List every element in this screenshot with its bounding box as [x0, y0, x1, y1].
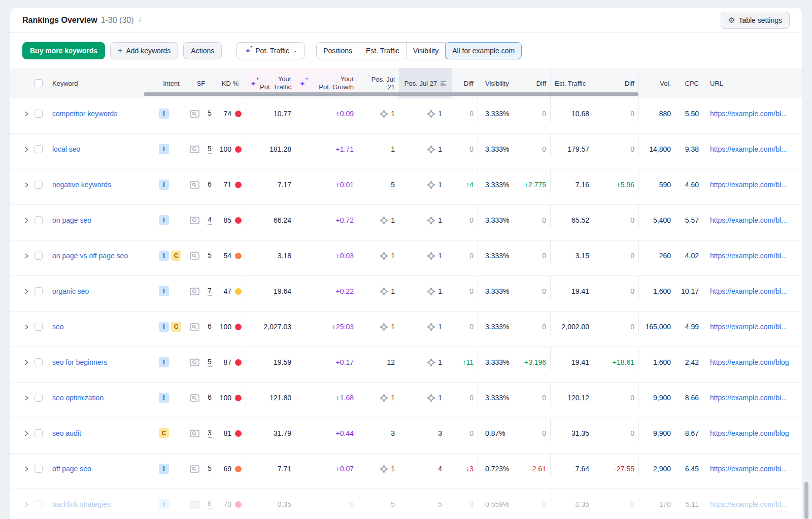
row-checkbox[interactable] [35, 216, 43, 224]
expand-row-chevron-icon[interactable] [22, 252, 35, 260]
url-link[interactable]: https://example.com/bl... [710, 145, 798, 153]
keyword-link[interactable]: seo optimization [52, 394, 104, 402]
url-link[interactable]: https://example.com/bl... [710, 500, 798, 508]
url-link[interactable]: https://example.com/bl... [710, 323, 798, 331]
keyword-link[interactable]: on page vs off page seo [52, 252, 128, 260]
vertical-scrollbar[interactable] [804, 482, 808, 519]
serp-features-icon[interactable] [190, 288, 199, 295]
row-checkbox[interactable] [35, 323, 43, 331]
expand-row-chevron-icon[interactable] [22, 110, 35, 118]
row-checkbox[interactable] [35, 429, 43, 437]
row-checkbox[interactable] [35, 287, 43, 295]
serp-features-icon[interactable] [190, 146, 199, 153]
url-link[interactable]: https://example.com/bl... [710, 465, 798, 473]
keyword-link[interactable]: seo audit [52, 429, 81, 437]
tab-est-traffic[interactable]: Est. Traffic [359, 42, 407, 59]
tab-visibility[interactable]: Visibility [407, 42, 446, 59]
keyword-cell: organic seo [10, 276, 155, 299]
keyword-link[interactable]: negative keywords [52, 181, 111, 189]
row-checkbox[interactable] [35, 145, 43, 153]
keyword-link[interactable]: organic seo [52, 287, 89, 295]
url-link[interactable]: https://example.com/bl... [710, 110, 798, 118]
url-link[interactable]: https://example.com/bl... [710, 181, 798, 189]
keyword-link[interactable]: backlink strategies [52, 500, 111, 508]
serp-features-icon[interactable] [190, 501, 199, 508]
sf-count[interactable]: 4 [208, 216, 212, 225]
expand-row-chevron-icon[interactable] [22, 394, 35, 402]
actions-button[interactable]: Actions [183, 42, 222, 59]
url-link[interactable]: https://example.com/blog [710, 358, 798, 366]
sf-count[interactable]: 5 [208, 109, 212, 118]
url-link[interactable]: https://example.com/bl... [710, 252, 798, 260]
expand-row-chevron-icon[interactable] [22, 181, 35, 189]
keyword-link[interactable]: competitor keywords [52, 110, 117, 118]
select-all-checkbox[interactable] [35, 79, 43, 87]
sf-count[interactable]: 5 [208, 145, 212, 154]
info-icon[interactable]: i [139, 16, 141, 24]
expand-row-chevron-icon[interactable] [22, 145, 35, 154]
header-url[interactable]: URL [703, 68, 802, 98]
cpc-cell: 4.60 [675, 169, 703, 193]
sf-count[interactable]: 6 [208, 180, 212, 189]
table-settings-button[interactable]: ⚙ Table settings [721, 12, 790, 29]
metric-dropdown[interactable]: ✦ Pot. Traffic ⌄ [236, 42, 305, 59]
serp-features-icon[interactable] [190, 110, 199, 118]
keyword-cell: on page vs off page seo [10, 240, 155, 264]
sf-count[interactable]: 7 [208, 287, 212, 296]
serp-features-icon[interactable] [190, 181, 199, 189]
keyword-link[interactable]: seo [52, 323, 64, 331]
url-link[interactable]: https://example.com/bl... [710, 287, 798, 295]
expand-row-chevron-icon[interactable] [22, 500, 35, 509]
serp-features-icon[interactable] [190, 430, 199, 437]
sf-count[interactable]: 6 [208, 500, 212, 509]
keyword-link[interactable]: off page seo [52, 465, 91, 473]
expand-row-chevron-icon[interactable] [22, 358, 35, 367]
header-cpc[interactable]: CPC [675, 68, 703, 98]
serp-features-icon[interactable] [190, 394, 199, 402]
intent-cell: I [155, 489, 188, 512]
expand-row-chevron-icon[interactable] [22, 465, 35, 473]
row-checkbox[interactable] [35, 252, 43, 260]
expand-row-chevron-icon[interactable] [22, 323, 35, 331]
row-checkbox[interactable] [35, 110, 43, 118]
sf-count[interactable]: 3 [208, 429, 212, 438]
sf-count[interactable]: 5 [208, 464, 212, 473]
position-diff-cell: ↑11 [452, 347, 478, 370]
serp-features-icon[interactable] [190, 323, 199, 331]
sf-count[interactable]: 5 [208, 358, 212, 367]
header-keyword[interactable]: Keyword [10, 68, 155, 98]
header-vol[interactable]: Vol. [638, 68, 675, 98]
keyword-link[interactable]: on page seo [52, 216, 91, 224]
expand-row-chevron-icon[interactable] [22, 216, 35, 225]
url-link[interactable]: https://example.com/blog [710, 429, 798, 437]
keyword-link[interactable]: seo for beginners [52, 358, 107, 366]
horizontal-scrollbar[interactable] [144, 92, 638, 96]
serp-features-icon[interactable] [190, 252, 199, 260]
sf-cell: 5 [188, 98, 214, 122]
sf-count[interactable]: 6 [208, 393, 212, 402]
keyword-cell: seo [10, 312, 155, 335]
expand-row-chevron-icon[interactable] [22, 287, 35, 296]
row-checkbox[interactable] [35, 465, 43, 473]
keyword-link[interactable]: local seo [52, 145, 80, 153]
row-checkbox[interactable] [35, 500, 43, 508]
sf-count[interactable]: 5 [208, 251, 212, 260]
row-checkbox[interactable] [35, 394, 43, 402]
row-checkbox[interactable] [35, 181, 43, 189]
expand-row-chevron-icon[interactable] [22, 429, 35, 438]
url-link[interactable]: https://example.com/bl... [710, 394, 798, 402]
tab-all-for-domain[interactable]: All for example.com [445, 42, 522, 59]
url-cell: https://example.com/bl... [703, 98, 802, 122]
table-row: seo audit C 3 81 31.79 +0.44 3 3 [10, 418, 802, 454]
url-link[interactable]: https://example.com/bl... [710, 216, 798, 224]
buy-more-keywords-button[interactable]: Buy more keywords [22, 42, 105, 59]
serp-features-icon[interactable] [190, 217, 199, 224]
tab-positions[interactable]: Positions [316, 42, 359, 59]
kd-cell: 81 [214, 418, 246, 441]
row-checkbox[interactable] [35, 358, 43, 366]
sf-cell: 5 [188, 347, 214, 370]
serp-features-icon[interactable] [190, 359, 199, 366]
serp-features-icon[interactable] [190, 465, 199, 473]
sf-count[interactable]: 6 [208, 322, 212, 331]
add-keywords-button[interactable]: + Add keywords [110, 42, 178, 59]
